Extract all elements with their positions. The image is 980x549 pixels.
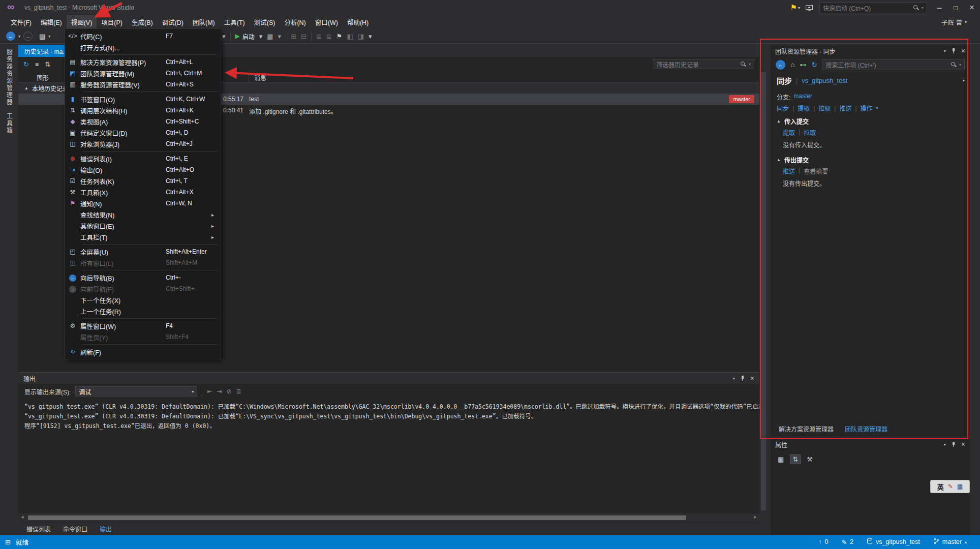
menu-item-向后导航(B)[interactable]: ←向后导航(B)Ctrl+- <box>65 272 221 283</box>
menu-item-类视图(A)[interactable]: ◆类视图(A)Ctrl+Shift+C <box>65 116 221 127</box>
menu-item-刷新(F)[interactable]: ↻刷新(F) <box>65 346 221 357</box>
side-tab-服务器资源管理器[interactable]: 服务器资源管理器 <box>5 49 14 106</box>
navigate-backward-button[interactable]: ← <box>6 32 15 41</box>
start-caret-icon[interactable]: ▾ <box>259 33 263 40</box>
work-item-search-input[interactable]: 搜索工作项 (Ctrl+') ▾ <box>822 59 965 70</box>
team-explorer-close-icon[interactable]: × <box>961 47 965 55</box>
menubar-item-测试(S)[interactable]: 测试(S) <box>250 15 280 28</box>
ime-toolbar[interactable]: 英 ✎ ▦ <box>930 480 970 493</box>
menubar-item-文件(F)[interactable]: 文件(F) <box>6 15 36 28</box>
user-account-button[interactable]: 子辉 曾 ▾ <box>941 15 967 28</box>
window-position-caret-icon[interactable]: ▾ <box>733 376 735 381</box>
new-project-icon[interactable]: ▤ <box>39 33 45 40</box>
menu-item-服务器资源管理器(V)[interactable]: ▥服务器资源管理器(V)Ctrl+Alt+S <box>65 79 221 90</box>
bottom-tab-命令窗口[interactable]: 命令窗口 <box>58 524 93 534</box>
next-bookmark-icon[interactable]: ◨ <box>358 33 364 40</box>
column-graph[interactable]: 图形 <box>37 73 49 82</box>
menu-item-属性窗口(W)[interactable]: ⚙属性窗口(W)F4 <box>65 320 221 331</box>
page-caret-icon[interactable]: ▾ <box>963 78 965 83</box>
list-view-icon[interactable]: ≡ <box>35 60 39 68</box>
menu-item-调用层次结构(H)[interactable]: ⇅调用层次结构(H)Ctrl+Alt+K <box>65 105 221 116</box>
navigate-back-caret-icon[interactable]: ▾ <box>18 34 20 39</box>
menu-item-任务列表(K)[interactable]: ☑任务列表(K)Ctrl+\, T <box>65 175 221 187</box>
snippet-caret-icon[interactable]: ▾ <box>278 33 282 40</box>
home-icon[interactable]: ⌂ <box>790 60 794 69</box>
new-project-caret-icon[interactable]: ▾ <box>48 34 50 39</box>
feedback-flag-button[interactable]: ⚑ ▾ <box>790 3 800 12</box>
menubar-item-帮助(H)[interactable]: 帮助(H) <box>343 15 373 28</box>
comment-icon[interactable]: ≣ <box>326 33 332 40</box>
branch-link[interactable]: master <box>793 93 812 101</box>
menu-item-代码定义窗口(D)[interactable]: ▣代码定义窗口(D)Ctrl+\, D <box>65 127 221 138</box>
start-button[interactable]: ▶启动 <box>235 32 255 41</box>
categorized-icon[interactable]: ▦ <box>776 455 786 464</box>
link-拉取[interactable]: 拉取 <box>818 104 831 112</box>
incoming-commits-section[interactable]: ▲ 传入提交 <box>777 117 809 126</box>
ime-keyboard-icon[interactable]: ▦ <box>957 483 963 490</box>
menubar-item-工具(T)[interactable]: 工具(T) <box>220 15 250 28</box>
bookmark-flag-icon[interactable]: ⚑ <box>336 33 343 40</box>
step-over-icon[interactable]: ⊟ <box>301 33 307 40</box>
close-button[interactable]: × <box>964 1 980 15</box>
menu-item-打开方式(N)...[interactable]: 打开方式(N)... <box>65 42 221 53</box>
ime-pen-icon[interactable]: ✎ <box>948 483 953 490</box>
refresh-icon[interactable]: ↻ <box>23 60 29 68</box>
navigate-forward-button[interactable]: → <box>23 32 33 41</box>
pin-icon[interactable] <box>951 48 956 54</box>
bottom-tab-解决方案资源管理器[interactable]: 解决方案资源管理器 <box>774 423 839 434</box>
menu-item-查找结果(N)[interactable]: 查找结果(N)▸ <box>65 209 221 220</box>
menubar-item-生成(B)[interactable]: 生成(B) <box>127 15 158 28</box>
unpushed-commits-button[interactable]: ↑ 0 <box>818 538 828 545</box>
pin-icon[interactable] <box>951 441 956 447</box>
menubar-item-编辑(E)[interactable]: 编辑(E) <box>36 15 67 28</box>
prev-bookmark-icon[interactable]: ◧ <box>347 33 353 40</box>
menu-item-工具箱(X)[interactable]: ⚒工具箱(X)Ctrl+Alt+X <box>65 187 221 198</box>
project-link[interactable]: vs_gitpush_test <box>802 77 847 84</box>
menu-item-上一个任务(R)[interactable]: 上一个任务(R) <box>65 306 221 317</box>
page-title[interactable]: 同步 <box>777 75 792 86</box>
pending-changes-button[interactable]: ✎ 2 <box>841 538 853 546</box>
history-filter-input[interactable]: 筛选器历史记录 ▾ <box>653 59 754 69</box>
link-提取[interactable]: 提取 <box>783 128 795 137</box>
bottom-tab-输出[interactable]: 输出 <box>95 524 117 534</box>
repository-button[interactable]: vs_gitpush_test <box>867 538 920 546</box>
snippet-icon[interactable]: ▦ <box>267 33 273 40</box>
compare-icon[interactable]: ⇅ <box>45 60 51 68</box>
bottom-tab-错误列表[interactable]: 错误列表 <box>21 524 56 534</box>
window-position-caret-icon[interactable]: ▾ <box>944 442 946 447</box>
quick-launch-search[interactable]: 快速启动 (Ctrl+Q) ▾ <box>819 2 927 13</box>
menu-item-错误列表(I)[interactable]: ⊗错误列表(I)Ctrl+\, E <box>65 153 221 164</box>
link-推送[interactable]: 推送 <box>839 104 851 112</box>
menu-item-解决方案资源管理器(P)[interactable]: ▤解决方案资源管理器(P)Ctrl+Alt+L <box>65 56 221 68</box>
horizontal-scrollbar[interactable]: ◂ ▸ <box>18 513 759 522</box>
pin-icon[interactable] <box>740 375 745 381</box>
output-header[interactable]: 输出 ▾ × <box>18 373 759 384</box>
word-wrap-icon[interactable]: ≣ <box>236 388 241 395</box>
screen-share-icon[interactable] <box>805 5 813 11</box>
menu-item-书签窗口(O)[interactable]: ▮书签窗口(O)Ctrl+K, Ctrl+W <box>65 94 221 105</box>
menu-item-其他窗口(E)[interactable]: 其他窗口(E)▸ <box>65 220 221 231</box>
menu-item-代码(C)[interactable]: </>代码(C)F7 <box>65 30 221 42</box>
link-提取[interactable]: 提取 <box>798 104 810 112</box>
scroll-right-icon[interactable]: ▸ <box>751 514 759 520</box>
toolbar-overflow-icon[interactable]: ▾ <box>369 33 372 40</box>
link-查看摘要[interactable]: 查看摘要 <box>804 167 828 175</box>
menubar-item-分析(N)[interactable]: 分析(N) <box>280 15 310 28</box>
prev-message-icon[interactable]: ⇤ <box>207 388 212 395</box>
team-explorer-header[interactable]: 团队资源管理器 - 同步 ▾ × <box>771 45 970 57</box>
output-close-icon[interactable]: × <box>750 374 754 382</box>
menubar-item-团队(M)[interactable]: 团队(M) <box>188 15 220 28</box>
menu-item-全屏幕(U)[interactable]: ◰全屏幕(U)Shift+Alt+Enter <box>65 246 221 257</box>
connect-plug-icon[interactable]: ⊷ <box>800 61 806 69</box>
indent-icon[interactable]: ≣ <box>316 33 322 40</box>
scrollbar-thumb[interactable] <box>28 515 686 520</box>
maximize-button[interactable]: □ <box>947 1 964 15</box>
refresh-icon[interactable]: ↻ <box>811 61 817 69</box>
link-操作[interactable]: 操作 <box>861 104 873 112</box>
menubar-item-视图(V)[interactable]: 视图(V) <box>67 15 97 28</box>
menubar-item-调试(D)[interactable]: 调试(D) <box>158 15 188 28</box>
window-position-caret-icon[interactable]: ▾ <box>944 49 946 53</box>
scroll-left-icon[interactable]: ◂ <box>18 514 26 520</box>
bottom-tab-团队资源管理器[interactable]: 团队资源管理器 <box>840 423 893 434</box>
link-推送[interactable]: 推送 <box>783 167 795 175</box>
